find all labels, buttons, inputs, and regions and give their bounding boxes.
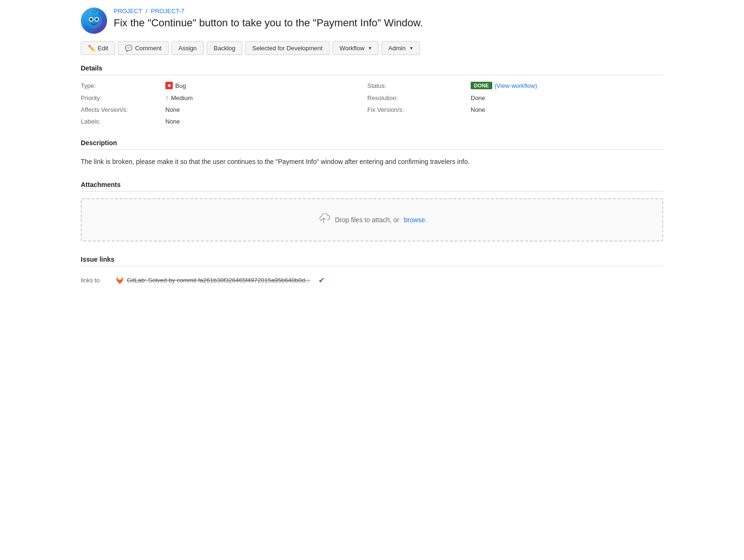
- priority-icon: ↑: [165, 94, 169, 101]
- browse-link[interactable]: browse.: [404, 216, 427, 224]
- labels-value: None: [165, 118, 358, 125]
- page-wrapper: PROJECT / PROJECT-7 Fix the "Continue" b…: [71, 0, 673, 309]
- gitlab-link-text: GitLab: Solved by commit fa261b38f326465…: [127, 277, 310, 284]
- svg-point-5: [91, 19, 92, 20]
- breadcrumb-separator: /: [146, 8, 147, 15]
- fix-version-label: Fix Version/s:: [367, 106, 461, 113]
- type-value: ■ Bug: [165, 82, 358, 89]
- resolution-value: Done: [471, 94, 663, 101]
- bug-icon: ■: [165, 82, 173, 89]
- description-section-header: Description: [81, 139, 663, 150]
- comment-icon: 💬: [125, 45, 132, 52]
- issue-links-section-header: Issue links: [81, 256, 663, 266]
- links-to-label: links to: [81, 277, 109, 284]
- breadcrumb-project[interactable]: PROJECT: [114, 8, 142, 15]
- avatar-svg: [85, 12, 103, 30]
- issue-links-section: Issue links links to GitLab: Solved by c…: [81, 256, 663, 288]
- selected-for-development-button[interactable]: Selected for Development: [245, 41, 330, 55]
- comment-button[interactable]: 💬 Comment: [118, 41, 168, 55]
- check-icon: ✔: [318, 276, 325, 285]
- details-section-header: Details: [81, 64, 663, 75]
- type-text: Bug: [175, 82, 186, 89]
- svg-point-0: [86, 13, 102, 29]
- edit-label: Edit: [98, 45, 108, 52]
- breadcrumb-issue[interactable]: PROJECT-7: [151, 8, 185, 15]
- issue-link-row: links to GitLab: Solved by commit fa261b…: [81, 273, 663, 288]
- admin-button[interactable]: Admin: [381, 41, 420, 55]
- project-avatar: [81, 8, 107, 34]
- backlog-button[interactable]: Backlog: [207, 41, 242, 55]
- details-grid: Type: ■ Bug Status: DONE (View workflow)…: [81, 82, 663, 125]
- gitlab-link[interactable]: GitLab: Solved by commit fa261b38f326465…: [116, 276, 310, 285]
- labels-label: Labels:: [81, 118, 156, 125]
- issue-title: Fix the "Continue" button to take you to…: [114, 16, 423, 30]
- description-section: Description The link is broken, please m…: [81, 139, 663, 167]
- issue-header: PROJECT / PROJECT-7 Fix the "Continue" b…: [81, 8, 663, 34]
- drop-zone[interactable]: Drop files to attach, or browse.: [81, 198, 663, 241]
- assign-button[interactable]: Assign: [171, 41, 204, 55]
- selected-label: Selected for Development: [252, 45, 323, 52]
- gitlab-fox-icon: [116, 276, 124, 285]
- attachments-section: Attachments Drop files to attach, or bro…: [81, 181, 663, 241]
- upload-icon: [317, 213, 330, 226]
- status-value: DONE (View workflow): [471, 82, 663, 89]
- type-label: Type:: [81, 82, 156, 89]
- done-badge: DONE: [471, 82, 492, 89]
- details-section: Details Type: ■ Bug Status: DONE (View w…: [81, 64, 663, 125]
- priority-value: ↑ Medium: [165, 94, 358, 101]
- workflow-button[interactable]: Workflow: [333, 41, 379, 55]
- affects-version-label: Affects Version/s:: [81, 106, 156, 113]
- header-text: PROJECT / PROJECT-7 Fix the "Continue" b…: [114, 8, 423, 30]
- fix-version-value: None: [471, 106, 663, 113]
- backlog-label: Backlog: [214, 45, 235, 52]
- edit-button[interactable]: ✏️ Edit: [81, 41, 115, 55]
- toolbar: ✏️ Edit 💬 Comment Assign Backlog Selecte…: [81, 41, 663, 55]
- status-label: Status:: [367, 82, 461, 89]
- edit-icon: ✏️: [88, 45, 95, 52]
- svg-point-6: [96, 19, 97, 20]
- drop-zone-inner: Drop files to attach, or browse.: [317, 213, 427, 226]
- attachments-section-header: Attachments: [81, 181, 663, 192]
- view-workflow-link[interactable]: (View workflow): [495, 82, 537, 89]
- workflow-label: Workflow: [340, 45, 364, 52]
- resolution-label: Resolution:: [367, 94, 461, 101]
- breadcrumb: PROJECT / PROJECT-7: [114, 8, 423, 15]
- admin-label: Admin: [388, 45, 406, 52]
- priority-label: Priority:: [81, 94, 156, 101]
- comment-label: Comment: [135, 45, 161, 52]
- description-text: The link is broken, please make it so th…: [81, 156, 663, 167]
- drop-text: Drop files to attach, or: [335, 216, 399, 224]
- affects-version-value: None: [165, 106, 358, 113]
- priority-text: Medium: [171, 94, 193, 101]
- assign-label: Assign: [178, 45, 197, 52]
